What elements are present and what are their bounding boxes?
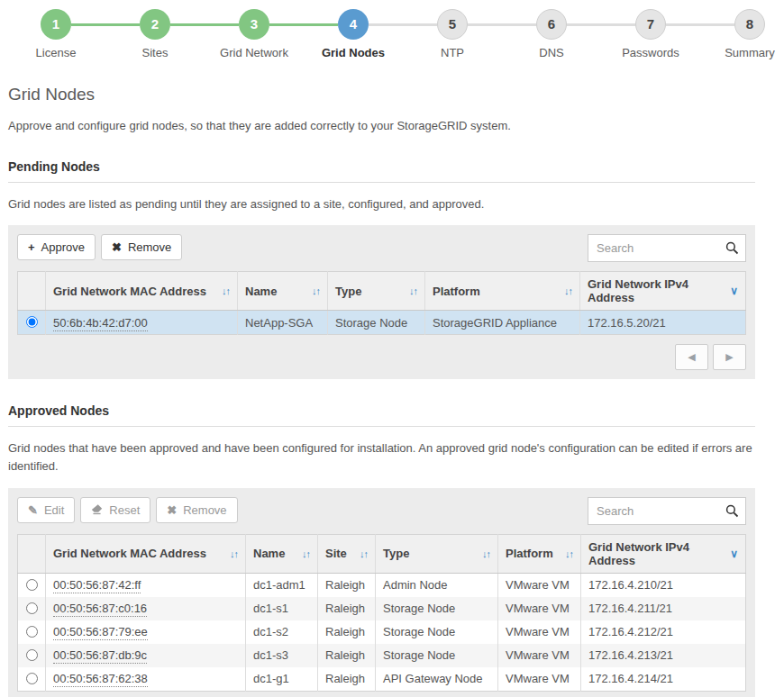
search-box: [588, 497, 746, 525]
stepper-step[interactable]: 5 NTP: [403, 9, 502, 59]
column-header-label: Name: [245, 285, 277, 298]
column-header-label: Grid Network MAC Address: [53, 547, 206, 560]
step-label: Sites: [105, 46, 205, 59]
column-header[interactable]: Grid Network IPv4 Address ∨: [581, 534, 746, 573]
table-cell: 172.16.4.214/21: [581, 667, 746, 692]
search-box: [588, 234, 746, 262]
sort-icon: ↓↑: [302, 548, 310, 559]
pending-nodes-panel: + Approve ✖ Remove Grid Network MAC A: [8, 225, 755, 379]
table-cell: Raleigh: [318, 644, 376, 667]
remove-button[interactable]: ✖ Remove: [101, 234, 182, 260]
column-header-label: Grid Network IPv4 Address: [588, 540, 726, 567]
column-header[interactable]: Type ↓↑: [376, 534, 498, 573]
step-label: Passwords: [601, 46, 700, 59]
table-row: 00:50:56:87:db:9cdc1-s3RaleighStorage No…: [18, 644, 746, 667]
stepper-step[interactable]: 1 License: [6, 9, 105, 59]
column-header[interactable]: Platform ↓↑: [498, 534, 581, 573]
row-radio-cell: [18, 644, 46, 667]
table-cell: API Gateway Node: [376, 667, 498, 692]
chevron-down-icon: ∨: [730, 285, 738, 297]
table-row: 00:50:56:87:42:ffdc1-adm1RaleighAdmin No…: [18, 573, 746, 597]
row-radio-cell: [18, 311, 46, 335]
mac-address-text: 00:50:56:87:62:38: [53, 672, 148, 687]
sort-icon: ↓↑: [564, 285, 572, 296]
step-label: NTP: [403, 46, 502, 59]
approved-toolbar: ✎ Edit Reset ✖ Remove: [17, 497, 746, 525]
table-cell: Storage Node: [328, 311, 425, 335]
step-label: Summary: [700, 46, 784, 59]
row-select-radio[interactable]: [26, 579, 38, 591]
table-cell: Raleigh: [318, 620, 376, 644]
cell-mac-address: 00:50:56:87:42:ff: [46, 573, 246, 597]
column-header[interactable]: Platform ↓↑: [425, 272, 580, 311]
table-cell: StorageGRID Appliance: [425, 311, 580, 335]
table-cell: Storage Node: [376, 644, 498, 667]
step-number-badge: 2: [140, 9, 170, 40]
row-radio-cell: [18, 573, 46, 597]
approved-nodes-table: Grid Network MAC Address ↓↑ Name ↓↑ Site…: [17, 534, 746, 692]
table-cell: 172.16.5.20/21: [580, 311, 746, 335]
row-select-radio[interactable]: [26, 602, 38, 614]
step-label: License: [6, 46, 105, 59]
search-icon[interactable]: [725, 241, 739, 258]
stepper-step[interactable]: 2 Sites: [105, 9, 205, 59]
pending-search-slot: [588, 234, 746, 262]
search-input[interactable]: [588, 234, 746, 262]
step-number-badge: 3: [239, 9, 269, 40]
stepper-step[interactable]: 4 Grid Nodes: [304, 9, 403, 59]
row-select-radio[interactable]: [26, 649, 38, 661]
stepper-step[interactable]: 3 Grid Network: [205, 9, 304, 59]
table-cell: Raleigh: [318, 597, 376, 620]
chevron-left-icon[interactable]: ◀: [675, 344, 708, 370]
row-select-radio[interactable]: [26, 316, 38, 328]
step-label: DNS: [502, 46, 601, 59]
plus-icon: +: [28, 241, 35, 253]
cell-mac-address: 00:50:56:87:62:38: [46, 667, 246, 692]
row-radio-cell: [18, 620, 46, 644]
table-cell: dc1-g1: [246, 667, 318, 692]
table-cell: 172.16.4.210/21: [581, 573, 746, 597]
column-header[interactable]: Site ↓↑: [318, 534, 376, 573]
table-cell: VMware VM: [498, 644, 581, 667]
mac-address-text: 00:50:56:87:79:ee: [53, 625, 148, 640]
sort-icon: ↓↑: [222, 285, 230, 296]
search-icon[interactable]: [725, 504, 739, 520]
cell-mac-address: 50:6b:4b:42:d7:00: [46, 311, 238, 335]
sort-icon: ↓↑: [230, 548, 238, 559]
cell-mac-address: 00:50:56:87:db:9c: [46, 644, 246, 667]
stepper-step[interactable]: 6 DNS: [502, 9, 601, 59]
table-cell: 172.16.4.213/21: [581, 644, 746, 667]
approved-search-slot: [588, 497, 746, 525]
column-header[interactable]: Grid Network IPv4 Address ∨: [580, 272, 746, 311]
row-select-radio[interactable]: [26, 626, 38, 638]
step-number-badge: 5: [437, 9, 468, 40]
search-input[interactable]: [588, 497, 746, 525]
column-header[interactable]: Name ↓↑: [238, 272, 328, 311]
table-row: 00:50:56:87:79:eedc1-s2RaleighStorage No…: [18, 620, 746, 644]
column-header[interactable]: Grid Network MAC Address ↓↑: [46, 534, 246, 573]
sort-icon: ↓↑: [360, 548, 368, 559]
chevron-right-icon[interactable]: ▶: [713, 344, 746, 370]
column-header[interactable]: Type ↓↑: [328, 272, 425, 311]
table-cell: dc1-s1: [246, 597, 318, 620]
approve-button[interactable]: + Approve: [17, 234, 96, 260]
table-cell: Storage Node: [376, 597, 498, 620]
table-cell: dc1-adm1: [246, 573, 318, 597]
column-header-label: Type: [335, 285, 361, 298]
column-header-label: Platform: [433, 285, 480, 298]
column-header[interactable]: Name ↓↑: [246, 534, 318, 573]
stepper-step[interactable]: 7 Passwords: [601, 9, 700, 59]
table-header-row: Grid Network MAC Address ↓↑ Name ↓↑ Type…: [18, 272, 746, 311]
reset-button: Reset: [80, 497, 150, 523]
table-cell: VMware VM: [498, 620, 581, 644]
stepper-step[interactable]: 8 Summary: [700, 9, 784, 59]
table-cell: VMware VM: [498, 667, 581, 692]
column-header[interactable]: Grid Network MAC Address ↓↑: [46, 272, 238, 311]
pending-nodes-table: Grid Network MAC Address ↓↑ Name ↓↑ Type…: [17, 271, 746, 335]
column-header-label: Site: [325, 547, 347, 560]
table-cell: Admin Node: [376, 573, 498, 597]
radio-column-header: [18, 534, 46, 573]
table-cell: VMware VM: [498, 573, 581, 597]
row-select-radio[interactable]: [26, 673, 38, 684]
column-header-label: Grid Network MAC Address: [53, 285, 206, 298]
